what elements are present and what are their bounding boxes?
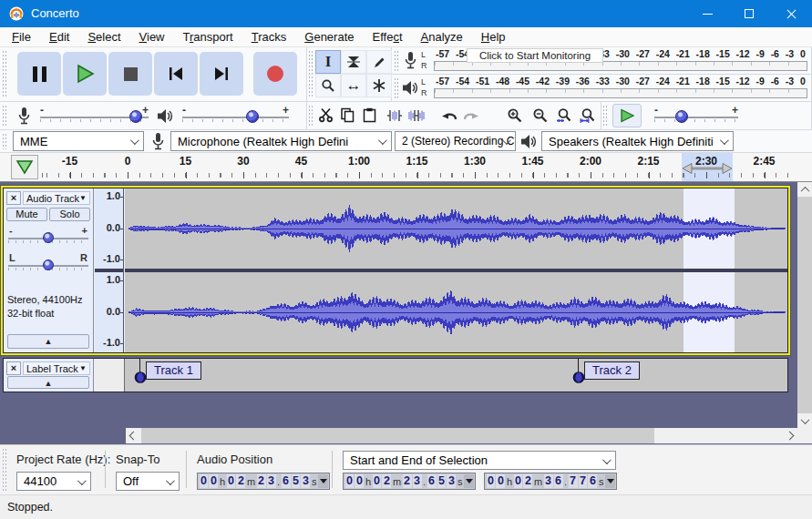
- menu-analyze[interactable]: Analyze: [412, 28, 472, 46]
- label-track-name-button[interactable]: Label Track ▼: [23, 361, 90, 375]
- time-unit[interactable]: s: [311, 474, 318, 488]
- track-close-button[interactable]: ×: [6, 191, 21, 205]
- menu-effect[interactable]: Effect: [364, 28, 412, 46]
- time-digit[interactable]: 5: [292, 474, 301, 488]
- time-field-dropdown-icon[interactable]: [318, 474, 328, 488]
- menu-transport[interactable]: Transport: [174, 28, 242, 46]
- silence-audio-button[interactable]: [406, 104, 427, 127]
- waveform-area[interactable]: [125, 188, 787, 352]
- menu-select[interactable]: Select: [78, 28, 129, 46]
- menu-generate[interactable]: Generate: [295, 28, 363, 46]
- vertical-scrollbar-thumb[interactable]: [797, 197, 812, 413]
- redo-button[interactable]: [460, 104, 482, 127]
- slider-thumb[interactable]: [129, 110, 142, 123]
- vertical-scrollbar[interactable]: [797, 182, 812, 443]
- toolbar-grip[interactable]: [308, 105, 313, 127]
- zoom-in-button[interactable]: [504, 104, 526, 127]
- label-track[interactable]: × Label Track ▼ ▲ Track 1Track 2: [3, 358, 788, 392]
- copy-button[interactable]: [336, 104, 358, 127]
- scroll-right-button[interactable]: [782, 428, 797, 443]
- horizontal-scrollbar-thumb[interactable]: [141, 428, 654, 443]
- time-digit[interactable]: 3: [267, 474, 276, 488]
- label-marker-icon[interactable]: [134, 371, 147, 384]
- time-unit[interactable]: s: [598, 474, 605, 488]
- track-area[interactable]: × Audio Track ▼ Mute Solo - + L R: [0, 182, 812, 444]
- time-digit[interactable]: 2: [236, 474, 245, 488]
- time-digit[interactable]: 2: [257, 474, 266, 488]
- menu-edit[interactable]: Edit: [40, 28, 78, 46]
- skip-to-start-button[interactable]: [154, 52, 198, 96]
- time-unit[interactable]: h: [365, 474, 372, 488]
- time-digit[interactable]: 0: [209, 474, 218, 488]
- audio-track[interactable]: × Audio Track ▼ Mute Solo - + L R: [3, 188, 788, 353]
- fit-project-button[interactable]: [577, 104, 599, 127]
- time-digit[interactable]: 0: [487, 474, 496, 488]
- recording-meter[interactable]: -57-54-51-48-45-42-39-36-33-30-27-24-21-…: [434, 48, 807, 73]
- zoom-tool-button[interactable]: [315, 74, 341, 97]
- selection-end-field[interactable]: 00h02m36.776s: [484, 473, 617, 490]
- time-digit[interactable]: 3: [301, 474, 310, 488]
- envelope-tool-button[interactable]: [341, 50, 366, 74]
- time-digit[interactable]: 0: [345, 474, 355, 488]
- label-text-box[interactable]: Track 1: [146, 361, 201, 380]
- draw-tool-button[interactable]: [366, 50, 392, 74]
- slider-thumb[interactable]: [43, 232, 54, 243]
- toolbar-grip[interactable]: [2, 133, 7, 149]
- scroll-down-button[interactable]: [797, 413, 812, 428]
- undo-button[interactable]: [438, 104, 460, 127]
- horizontal-scrollbar[interactable]: [126, 428, 797, 443]
- time-digit[interactable]: 0: [514, 474, 523, 488]
- time-digit[interactable]: 2: [382, 474, 391, 488]
- pan-slider[interactable]: L R: [8, 254, 88, 274]
- close-button[interactable]: [770, 0, 812, 27]
- multi-tool-button[interactable]: [366, 74, 392, 97]
- time-digit[interactable]: 5: [437, 474, 447, 488]
- time-digit[interactable]: 6: [554, 474, 563, 488]
- toolbar-grip[interactable]: [2, 448, 7, 492]
- gain-slider[interactable]: - +: [8, 227, 88, 247]
- vertical-scale-ruler[interactable]: 1.0 0.0 -1.0 1.0 0.0 -1.0: [95, 188, 124, 352]
- skip-to-end-button[interactable]: [200, 52, 243, 96]
- track-collapse-button[interactable]: ▲: [7, 376, 89, 389]
- track-close-button[interactable]: ×: [6, 361, 21, 375]
- time-field-dropdown-icon[interactable]: [464, 474, 474, 488]
- toolbar-grip[interactable]: [2, 105, 7, 127]
- time-unit[interactable]: h: [219, 474, 226, 488]
- timeline-options-button[interactable]: [11, 155, 38, 179]
- cut-button[interactable]: [314, 104, 336, 127]
- audio-host-select[interactable]: MME: [13, 131, 144, 151]
- time-digit[interactable]: 0: [355, 474, 364, 488]
- time-unit[interactable]: .: [563, 474, 568, 488]
- record-button[interactable]: [253, 52, 297, 96]
- time-digit[interactable]: 3: [447, 474, 456, 488]
- time-digit[interactable]: 6: [427, 474, 437, 488]
- time-digit[interactable]: 6: [282, 474, 291, 488]
- time-unit[interactable]: m: [246, 474, 256, 488]
- play-button[interactable]: [63, 52, 107, 96]
- selection-mode-select[interactable]: Start and End of Selection: [343, 451, 616, 470]
- time-shift-tool-button[interactable]: ↔: [341, 74, 366, 97]
- monitoring-tooltip[interactable]: Click to Start Monitoring: [467, 48, 603, 63]
- menu-help[interactable]: Help: [472, 28, 515, 46]
- time-unit[interactable]: .: [276, 474, 281, 488]
- menu-view[interactable]: View: [130, 28, 174, 46]
- paste-button[interactable]: [358, 104, 380, 127]
- label-track-content[interactable]: Track 1Track 2: [125, 359, 787, 392]
- slider-thumb[interactable]: [43, 260, 54, 270]
- time-digit[interactable]: 0: [373, 474, 382, 488]
- toolbar-grip[interactable]: [394, 50, 399, 71]
- time-digit[interactable]: 2: [523, 474, 532, 488]
- menu-file[interactable]: File: [3, 28, 40, 46]
- time-digit[interactable]: 7: [579, 474, 588, 488]
- toolbar-grip[interactable]: [2, 50, 7, 98]
- time-unit[interactable]: m: [392, 474, 402, 488]
- toolbar-grip[interactable]: [308, 50, 313, 98]
- recording-device-select[interactable]: Microphone (Realtek High Defini: [170, 131, 392, 151]
- selection-tool-button[interactable]: I: [315, 50, 341, 74]
- time-unit[interactable]: m: [533, 474, 543, 488]
- trim-audio-button[interactable]: [384, 104, 406, 127]
- time-digit[interactable]: 7: [569, 474, 578, 488]
- audio-position-field[interactable]: 00h02m23.653s: [197, 473, 330, 490]
- time-digit[interactable]: 0: [227, 474, 236, 488]
- maximize-button[interactable]: [728, 0, 770, 27]
